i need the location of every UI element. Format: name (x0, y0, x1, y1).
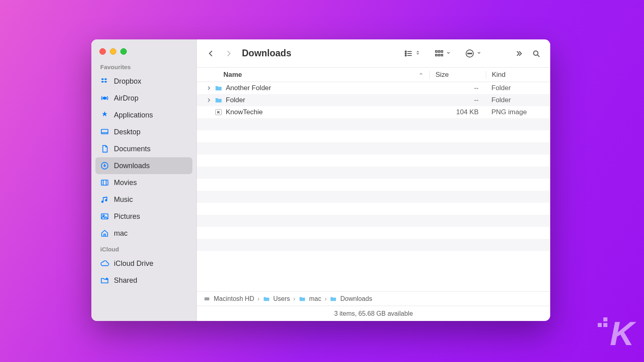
back-button[interactable] (204, 48, 218, 59)
watermark-logo: K (610, 314, 633, 353)
svg-text:K: K (217, 110, 220, 114)
folder-icon (214, 84, 223, 92)
file-name: Another Folder (226, 84, 429, 92)
file-kind: PNG image (486, 108, 550, 116)
file-row[interactable]: Another Folder -- Folder (197, 82, 550, 94)
sidebar-item-pictures[interactable]: Pictures (95, 208, 192, 225)
minimize-window-button[interactable] (110, 48, 116, 55)
action-menu-button[interactable] (465, 49, 482, 58)
path-separator-icon: › (293, 295, 295, 302)
toolbar: Downloads (197, 39, 550, 68)
sidebar-item-downloads[interactable]: Downloads (95, 157, 192, 174)
chevron-down-icon (446, 50, 451, 57)
path-segment[interactable]: mac (309, 295, 321, 302)
sidebar-item-icloud-drive[interactable]: iCloud Drive (95, 255, 192, 272)
sidebar-item-label: Movies (114, 179, 137, 187)
status-text: 3 items, 65.68 GB available (334, 310, 413, 317)
airdrop-icon (100, 94, 109, 103)
folder-small-icon (299, 295, 306, 302)
file-kind: Folder (486, 96, 550, 104)
disk-icon (203, 295, 211, 302)
view-list-button[interactable] (404, 49, 421, 58)
svg-rect-16 (436, 51, 437, 52)
svg-line-27 (538, 55, 540, 57)
disclosure-triangle-icon[interactable] (205, 86, 213, 90)
finder-window: Favourites Dropbox AirDrop Applications … (91, 39, 550, 321)
music-icon (100, 195, 109, 204)
forward-button[interactable] (222, 48, 235, 59)
sidebar-item-label: Dropbox (114, 77, 141, 86)
sidebar-item-label: Music (114, 195, 133, 204)
sidebar-item-label: Pictures (114, 212, 140, 221)
group-by-button[interactable] (434, 49, 451, 58)
path-segment[interactable]: Downloads (340, 295, 372, 302)
path-segment[interactable]: Macintosh HD (214, 295, 254, 302)
path-bar: Macintosh HD › Users › mac › Downloads (197, 291, 550, 306)
sidebar-item-home[interactable]: mac (95, 225, 192, 242)
sidebar-item-applications[interactable]: Applications (95, 107, 192, 123)
shared-folder-icon (100, 276, 109, 285)
svg-point-11 (405, 53, 407, 54)
sidebar-item-label: Shared (114, 276, 137, 285)
column-size-label: Size (436, 71, 449, 78)
svg-point-10 (405, 51, 407, 52)
file-size: -- (429, 84, 486, 92)
svg-rect-21 (441, 54, 443, 56)
window-controls (99, 48, 196, 55)
svg-point-26 (534, 51, 538, 55)
search-button[interactable] (529, 48, 543, 59)
maximize-window-button[interactable] (120, 48, 127, 55)
home-icon (100, 229, 109, 238)
sidebar-section-icloud: iCloud (100, 246, 188, 253)
sidebar-item-desktop[interactable]: Desktop (95, 123, 192, 140)
sidebar-item-label: Desktop (114, 128, 140, 136)
disclosure-triangle-icon[interactable] (205, 98, 213, 102)
sidebar-item-dropbox[interactable]: Dropbox (95, 73, 192, 90)
file-row[interactable]: Folder -- Folder (197, 94, 550, 106)
column-name[interactable]: Name (223, 71, 418, 79)
sidebar-item-airdrop[interactable]: AirDrop (95, 90, 192, 107)
folder-small-icon (330, 295, 337, 302)
sidebar-item-movies[interactable]: Movies (95, 174, 192, 191)
file-row[interactable]: K KnowTechie 104 KB PNG image (197, 106, 550, 118)
movies-icon (100, 178, 109, 187)
pictures-icon (100, 212, 109, 221)
folder-icon (214, 96, 223, 104)
watermark-dots-icon (596, 317, 608, 329)
sidebar-item-documents[interactable]: Documents (95, 140, 192, 157)
path-segment[interactable]: Users (273, 295, 290, 302)
sidebar-item-label: Downloads (114, 162, 150, 170)
sidebar-item-music[interactable]: Music (95, 191, 192, 208)
column-size[interactable]: Size (429, 71, 486, 79)
image-file-icon: K (214, 108, 223, 116)
svg-point-24 (469, 53, 470, 53)
close-window-button[interactable] (99, 48, 106, 55)
main-content: Downloads Name Size Kind (197, 39, 550, 321)
svg-point-0 (103, 97, 106, 99)
sidebar-item-label: mac (114, 229, 128, 238)
path-separator-icon: › (257, 295, 259, 302)
svg-rect-4 (101, 180, 108, 185)
svg-rect-19 (436, 54, 437, 56)
documents-icon (100, 144, 109, 153)
svg-rect-30 (204, 297, 209, 300)
sidebar-item-label: Documents (114, 145, 151, 153)
window-title: Downloads (242, 48, 291, 59)
column-kind[interactable]: Kind (486, 71, 550, 79)
sidebar-section-favourites: Favourites (100, 64, 188, 70)
folder-small-icon (263, 295, 270, 302)
chevron-down-icon (476, 50, 482, 57)
cloud-icon (100, 259, 109, 268)
sort-ascending-icon[interactable] (418, 71, 424, 79)
sidebar-item-label: AirDrop (114, 94, 138, 103)
sidebar-item-shared[interactable]: Shared (95, 272, 192, 289)
sidebar: Favourites Dropbox AirDrop Applications … (91, 39, 197, 321)
svg-rect-18 (441, 51, 443, 52)
desktop-icon (100, 128, 109, 136)
file-name: KnowTechie (226, 108, 429, 116)
svg-point-12 (405, 55, 407, 56)
toolbar-overflow-button[interactable] (512, 48, 525, 59)
watermark-letter: K (610, 315, 633, 352)
svg-rect-20 (438, 54, 440, 56)
column-headers: Name Size Kind (197, 68, 550, 82)
